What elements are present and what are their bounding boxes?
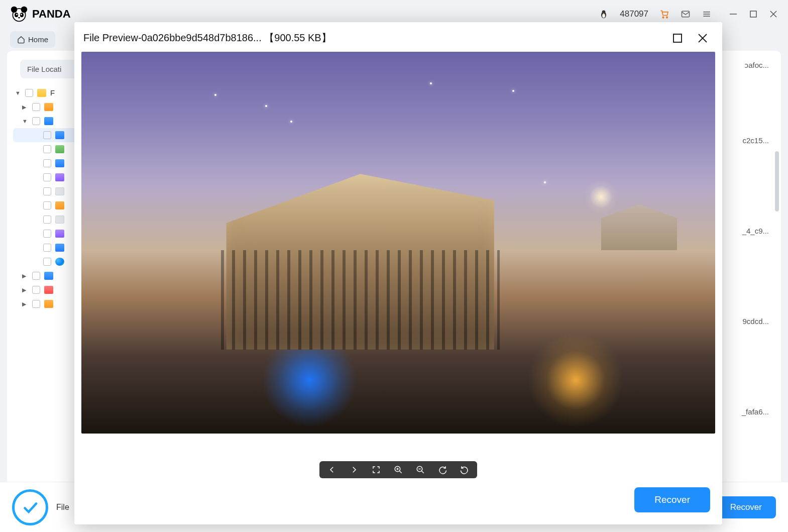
home-breadcrumb[interactable]: Home [10,31,55,48]
brand-text: PANDA [32,8,71,21]
checkbox[interactable] [43,187,51,195]
fullscreen-button[interactable] [371,464,382,475]
svg-rect-19 [750,11,756,17]
panda-icon [10,5,28,23]
mail-icon[interactable] [681,9,691,19]
checkbox[interactable] [43,230,51,238]
svg-line-26 [399,471,402,473]
viewer-toolbar [319,461,477,478]
file-type-icon [55,159,64,167]
checkbox[interactable] [32,286,40,294]
zoom-in-button[interactable] [393,464,404,475]
file-type-icon [55,216,64,224]
preview-area [74,52,722,480]
penguin-icon [599,9,609,19]
file-type-icon [55,258,64,266]
svg-point-6 [21,14,22,16]
modal-footer: Recover [74,480,722,524]
file-type-icon [55,173,64,181]
header-right: 487097 [599,9,778,19]
svg-point-12 [662,17,664,18]
modal-close-button[interactable] [697,33,708,44]
svg-point-1 [11,7,18,13]
checkbox[interactable] [43,244,51,252]
brand-logo: PANDA [10,5,71,23]
svg-line-30 [421,471,424,473]
next-button[interactable] [349,464,360,475]
checkbox[interactable] [32,300,40,308]
scan-complete-icon [12,489,48,525]
chevron-down-icon[interactable]: ▼ [15,90,21,96]
svg-point-5 [16,14,18,16]
file-type-icon [37,89,46,97]
filename-peek: _4_c9... [742,227,769,235]
file-type-icon [55,230,64,238]
chevron-right-icon[interactable]: ▶ [22,273,28,279]
filename-peek: 9cdcd... [742,317,769,326]
prev-button[interactable] [326,464,337,475]
checkbox[interactable] [43,131,51,139]
menu-icon[interactable] [702,9,712,19]
tree-label: F [50,88,55,97]
file-type-icon [44,286,53,294]
modal-header: File Preview-0a026bbe9d548d7b8186... 【90… [74,22,722,52]
filename-peek: ɔafoc... [744,61,769,70]
rotate-left-button[interactable] [459,464,470,475]
scrollbar[interactable] [775,151,779,211]
file-type-icon [55,187,64,195]
file-type-icon [44,272,53,280]
modal-window-actions [672,33,708,44]
checkbox[interactable] [32,117,40,125]
recover-button[interactable]: Recover [634,487,710,512]
checkbox[interactable] [43,216,51,224]
close-button[interactable] [769,10,778,19]
home-label: Home [28,35,48,44]
status-text: File [56,503,69,512]
modal-maximize-button[interactable] [672,33,683,44]
chevron-right-icon[interactable]: ▶ [22,301,28,307]
preview-modal: File Preview-0a026bbe9d548d7b8186... 【90… [74,22,722,524]
svg-point-13 [666,17,668,18]
window-controls [729,10,778,19]
svg-rect-22 [673,34,682,42]
minimize-button[interactable] [729,10,738,19]
maximize-button[interactable] [749,10,758,19]
checkbox[interactable] [43,173,51,181]
recover-button-main[interactable]: Recover [716,496,776,518]
preview-image [81,52,715,434]
checkbox[interactable] [43,145,51,153]
checkbox[interactable] [32,272,40,280]
checkbox[interactable] [43,201,51,209]
filename-peek: _fafa6... [742,407,769,416]
file-type-icon [55,201,64,209]
file-type-icon [44,300,53,308]
svg-point-9 [602,14,605,18]
cart-icon[interactable] [659,9,669,19]
chevron-right-icon[interactable]: ▶ [22,287,28,293]
modal-title: File Preview-0a026bbe9d548d7b8186... 【90… [83,31,331,45]
checkbox[interactable] [32,103,40,111]
checkbox[interactable] [43,258,51,266]
file-type-icon [44,117,53,125]
chevron-down-icon[interactable]: ▼ [22,118,28,124]
file-type-icon [44,103,53,111]
rotate-right-button[interactable] [437,464,448,475]
chevron-right-icon[interactable]: ▶ [22,104,28,111]
svg-point-7 [18,17,20,19]
file-type-icon [55,145,64,153]
file-type-icon [55,244,64,252]
zoom-out-button[interactable] [415,464,426,475]
checkbox[interactable] [25,89,33,97]
filename-peek: c2c15... [742,136,769,145]
checkbox[interactable] [43,159,51,167]
svg-point-2 [21,7,28,13]
home-icon [17,36,25,44]
file-type-icon [55,131,64,139]
header-number: 487097 [620,9,648,19]
